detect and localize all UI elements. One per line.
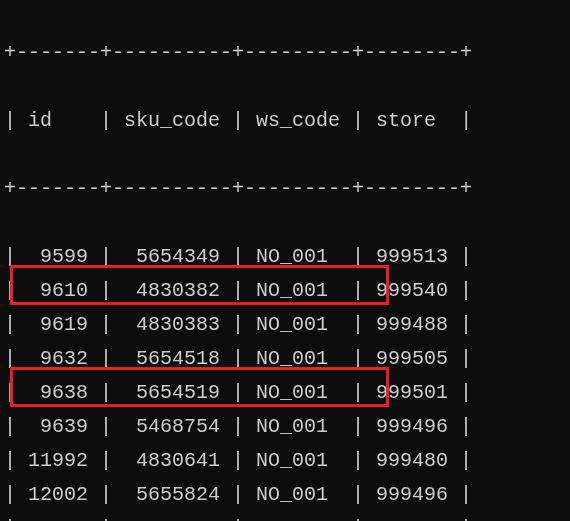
table-row: | 11992 | 4830641 | NO_001 | 999480 |: [4, 444, 566, 478]
table-row: | 9638 | 5654519 | NO_001 | 999501 |: [4, 376, 566, 410]
header-id: id: [28, 109, 52, 132]
table-border-mid: +-------+----------+---------+--------+: [4, 172, 566, 206]
terminal-output: +-------+----------+---------+--------+ …: [0, 0, 570, 521]
table-row: | 12011 | 5655620 | NO_001 | 999508 |: [4, 512, 566, 521]
table-row: | 9610 | 4830382 | NO_001 | 999540 |: [4, 274, 566, 308]
table-body: | 9599 | 5654349 | NO_001 | 999513 || 96…: [4, 240, 566, 521]
table-row: | 9619 | 4830383 | NO_001 | 999488 |: [4, 308, 566, 342]
table-row: | 12002 | 5655824 | NO_001 | 999496 |: [4, 478, 566, 512]
table-border-top: +-------+----------+---------+--------+: [4, 36, 566, 70]
header-sku-code: sku_code: [124, 109, 220, 132]
table-header-row: | id | sku_code | ws_code | store |: [4, 104, 566, 138]
header-ws-code: ws_code: [256, 109, 340, 132]
table-row: | 9632 | 5654518 | NO_001 | 999505 |: [4, 342, 566, 376]
table-row: | 9639 | 5468754 | NO_001 | 999496 |: [4, 410, 566, 444]
header-store: store: [376, 109, 436, 132]
table-row: | 9599 | 5654349 | NO_001 | 999513 |: [4, 240, 566, 274]
